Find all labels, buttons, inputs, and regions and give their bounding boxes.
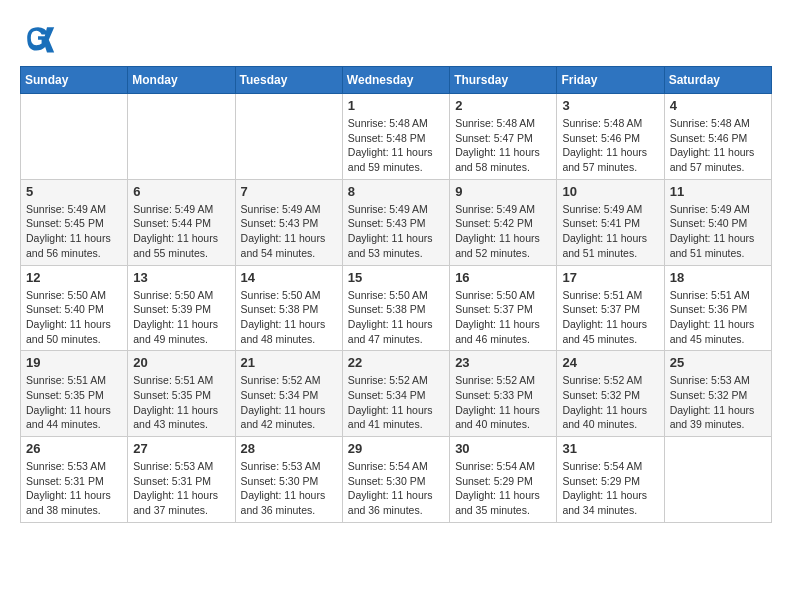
day-info: Sunrise: 5:49 AM Sunset: 5:45 PM Dayligh… [26, 202, 122, 261]
day-number: 26 [26, 441, 122, 456]
calendar-cell: 3Sunrise: 5:48 AM Sunset: 5:46 PM Daylig… [557, 94, 664, 180]
day-number: 21 [241, 355, 337, 370]
day-number: 7 [241, 184, 337, 199]
calendar-cell: 27Sunrise: 5:53 AM Sunset: 5:31 PM Dayli… [128, 437, 235, 523]
calendar-week-row: 19Sunrise: 5:51 AM Sunset: 5:35 PM Dayli… [21, 351, 772, 437]
calendar-header-friday: Friday [557, 67, 664, 94]
day-info: Sunrise: 5:49 AM Sunset: 5:43 PM Dayligh… [348, 202, 444, 261]
day-info: Sunrise: 5:49 AM Sunset: 5:42 PM Dayligh… [455, 202, 551, 261]
calendar-cell: 5Sunrise: 5:49 AM Sunset: 5:45 PM Daylig… [21, 179, 128, 265]
day-number: 20 [133, 355, 229, 370]
day-number: 9 [455, 184, 551, 199]
day-info: Sunrise: 5:48 AM Sunset: 5:47 PM Dayligh… [455, 116, 551, 175]
calendar-cell: 16Sunrise: 5:50 AM Sunset: 5:37 PM Dayli… [450, 265, 557, 351]
calendar-cell: 22Sunrise: 5:52 AM Sunset: 5:34 PM Dayli… [342, 351, 449, 437]
day-info: Sunrise: 5:50 AM Sunset: 5:38 PM Dayligh… [348, 288, 444, 347]
calendar-cell: 20Sunrise: 5:51 AM Sunset: 5:35 PM Dayli… [128, 351, 235, 437]
day-info: Sunrise: 5:54 AM Sunset: 5:30 PM Dayligh… [348, 459, 444, 518]
day-info: Sunrise: 5:50 AM Sunset: 5:38 PM Dayligh… [241, 288, 337, 347]
day-number: 8 [348, 184, 444, 199]
day-number: 29 [348, 441, 444, 456]
day-number: 1 [348, 98, 444, 113]
calendar-cell: 6Sunrise: 5:49 AM Sunset: 5:44 PM Daylig… [128, 179, 235, 265]
calendar-week-row: 12Sunrise: 5:50 AM Sunset: 5:40 PM Dayli… [21, 265, 772, 351]
day-info: Sunrise: 5:49 AM Sunset: 5:44 PM Dayligh… [133, 202, 229, 261]
calendar-cell: 25Sunrise: 5:53 AM Sunset: 5:32 PM Dayli… [664, 351, 771, 437]
calendar-header-sunday: Sunday [21, 67, 128, 94]
day-info: Sunrise: 5:52 AM Sunset: 5:34 PM Dayligh… [241, 373, 337, 432]
calendar-header-monday: Monday [128, 67, 235, 94]
day-info: Sunrise: 5:49 AM Sunset: 5:41 PM Dayligh… [562, 202, 658, 261]
calendar-cell: 24Sunrise: 5:52 AM Sunset: 5:32 PM Dayli… [557, 351, 664, 437]
day-number: 22 [348, 355, 444, 370]
logo-icon [20, 20, 56, 56]
day-number: 18 [670, 270, 766, 285]
day-number: 14 [241, 270, 337, 285]
day-info: Sunrise: 5:51 AM Sunset: 5:35 PM Dayligh… [133, 373, 229, 432]
calendar-week-row: 5Sunrise: 5:49 AM Sunset: 5:45 PM Daylig… [21, 179, 772, 265]
calendar-cell: 11Sunrise: 5:49 AM Sunset: 5:40 PM Dayli… [664, 179, 771, 265]
day-number: 3 [562, 98, 658, 113]
calendar-cell: 18Sunrise: 5:51 AM Sunset: 5:36 PM Dayli… [664, 265, 771, 351]
day-info: Sunrise: 5:53 AM Sunset: 5:30 PM Dayligh… [241, 459, 337, 518]
calendar-header-tuesday: Tuesday [235, 67, 342, 94]
calendar-header-wednesday: Wednesday [342, 67, 449, 94]
day-number: 13 [133, 270, 229, 285]
calendar-cell: 17Sunrise: 5:51 AM Sunset: 5:37 PM Dayli… [557, 265, 664, 351]
day-info: Sunrise: 5:51 AM Sunset: 5:36 PM Dayligh… [670, 288, 766, 347]
calendar-week-row: 26Sunrise: 5:53 AM Sunset: 5:31 PM Dayli… [21, 437, 772, 523]
day-number: 31 [562, 441, 658, 456]
calendar-cell: 26Sunrise: 5:53 AM Sunset: 5:31 PM Dayli… [21, 437, 128, 523]
calendar-header-saturday: Saturday [664, 67, 771, 94]
day-info: Sunrise: 5:53 AM Sunset: 5:31 PM Dayligh… [26, 459, 122, 518]
calendar-cell [128, 94, 235, 180]
calendar-cell: 28Sunrise: 5:53 AM Sunset: 5:30 PM Dayli… [235, 437, 342, 523]
day-info: Sunrise: 5:53 AM Sunset: 5:31 PM Dayligh… [133, 459, 229, 518]
day-info: Sunrise: 5:50 AM Sunset: 5:40 PM Dayligh… [26, 288, 122, 347]
day-info: Sunrise: 5:54 AM Sunset: 5:29 PM Dayligh… [455, 459, 551, 518]
calendar-cell: 2Sunrise: 5:48 AM Sunset: 5:47 PM Daylig… [450, 94, 557, 180]
day-info: Sunrise: 5:50 AM Sunset: 5:39 PM Dayligh… [133, 288, 229, 347]
calendar-cell [664, 437, 771, 523]
calendar-cell: 4Sunrise: 5:48 AM Sunset: 5:46 PM Daylig… [664, 94, 771, 180]
calendar-week-row: 1Sunrise: 5:48 AM Sunset: 5:48 PM Daylig… [21, 94, 772, 180]
calendar-header-thursday: Thursday [450, 67, 557, 94]
day-info: Sunrise: 5:52 AM Sunset: 5:34 PM Dayligh… [348, 373, 444, 432]
calendar-cell: 1Sunrise: 5:48 AM Sunset: 5:48 PM Daylig… [342, 94, 449, 180]
day-info: Sunrise: 5:52 AM Sunset: 5:32 PM Dayligh… [562, 373, 658, 432]
day-number: 25 [670, 355, 766, 370]
calendar-cell: 30Sunrise: 5:54 AM Sunset: 5:29 PM Dayli… [450, 437, 557, 523]
calendar-table: SundayMondayTuesdayWednesdayThursdayFrid… [20, 66, 772, 523]
day-info: Sunrise: 5:52 AM Sunset: 5:33 PM Dayligh… [455, 373, 551, 432]
calendar-cell: 31Sunrise: 5:54 AM Sunset: 5:29 PM Dayli… [557, 437, 664, 523]
calendar-cell [235, 94, 342, 180]
day-number: 4 [670, 98, 766, 113]
calendar-cell: 29Sunrise: 5:54 AM Sunset: 5:30 PM Dayli… [342, 437, 449, 523]
calendar-cell: 23Sunrise: 5:52 AM Sunset: 5:33 PM Dayli… [450, 351, 557, 437]
day-number: 28 [241, 441, 337, 456]
day-number: 19 [26, 355, 122, 370]
calendar-header-row: SundayMondayTuesdayWednesdayThursdayFrid… [21, 67, 772, 94]
calendar-cell: 13Sunrise: 5:50 AM Sunset: 5:39 PM Dayli… [128, 265, 235, 351]
calendar-cell [21, 94, 128, 180]
day-number: 23 [455, 355, 551, 370]
day-number: 24 [562, 355, 658, 370]
calendar-cell: 7Sunrise: 5:49 AM Sunset: 5:43 PM Daylig… [235, 179, 342, 265]
calendar-cell: 9Sunrise: 5:49 AM Sunset: 5:42 PM Daylig… [450, 179, 557, 265]
page-header [20, 20, 772, 56]
calendar-cell: 15Sunrise: 5:50 AM Sunset: 5:38 PM Dayli… [342, 265, 449, 351]
day-info: Sunrise: 5:48 AM Sunset: 5:46 PM Dayligh… [670, 116, 766, 175]
day-info: Sunrise: 5:50 AM Sunset: 5:37 PM Dayligh… [455, 288, 551, 347]
calendar-cell: 10Sunrise: 5:49 AM Sunset: 5:41 PM Dayli… [557, 179, 664, 265]
calendar-cell: 14Sunrise: 5:50 AM Sunset: 5:38 PM Dayli… [235, 265, 342, 351]
day-number: 27 [133, 441, 229, 456]
logo [20, 20, 62, 56]
day-number: 10 [562, 184, 658, 199]
day-info: Sunrise: 5:53 AM Sunset: 5:32 PM Dayligh… [670, 373, 766, 432]
day-number: 11 [670, 184, 766, 199]
calendar-cell: 8Sunrise: 5:49 AM Sunset: 5:43 PM Daylig… [342, 179, 449, 265]
day-info: Sunrise: 5:48 AM Sunset: 5:46 PM Dayligh… [562, 116, 658, 175]
day-info: Sunrise: 5:49 AM Sunset: 5:40 PM Dayligh… [670, 202, 766, 261]
calendar-cell: 21Sunrise: 5:52 AM Sunset: 5:34 PM Dayli… [235, 351, 342, 437]
day-info: Sunrise: 5:54 AM Sunset: 5:29 PM Dayligh… [562, 459, 658, 518]
